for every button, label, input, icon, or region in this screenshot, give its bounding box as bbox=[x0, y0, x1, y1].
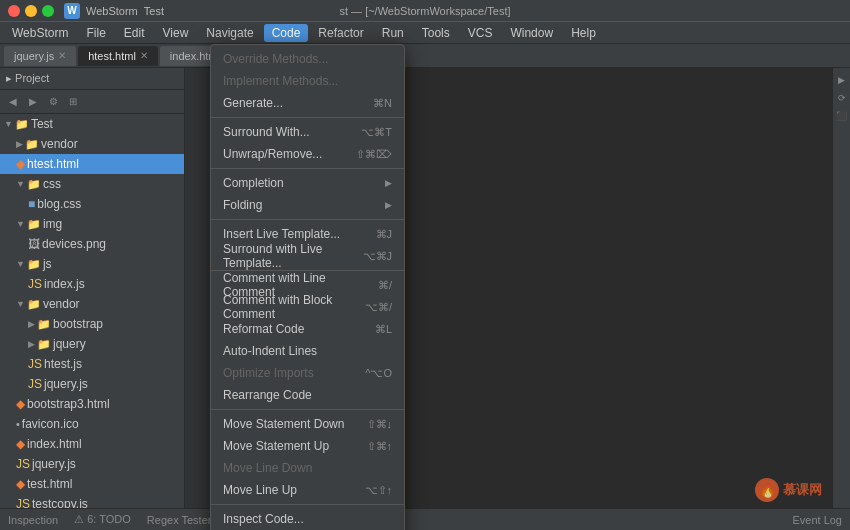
tree-label-testcopy-js: testcopy.js bbox=[32, 497, 88, 508]
main-layout: ▸ Project ◀ ▶ ⚙ ⊞ ▼ 📁 Test ▶ 📁 vendor ◆ … bbox=[0, 68, 850, 508]
watermark: 🔥 慕课网 bbox=[755, 478, 822, 502]
dd-item-move-up[interactable]: Move Statement Up ⇧⌘↑ bbox=[211, 435, 404, 457]
sidebar: ▸ Project ◀ ▶ ⚙ ⊞ ▼ 📁 Test ▶ 📁 vendor ◆ … bbox=[0, 68, 185, 508]
right-icon-2[interactable]: ⟳ bbox=[834, 90, 850, 106]
tree-label-index-js: index.js bbox=[44, 277, 85, 291]
dd-label-move-line-down: Move Line Down bbox=[223, 461, 312, 475]
menu-help[interactable]: Help bbox=[563, 24, 604, 42]
tree-item-jquery-folder[interactable]: ▶ 📁 jquery bbox=[0, 334, 184, 354]
dd-sep-2 bbox=[211, 168, 404, 169]
tree-label-favicon: favicon.ico bbox=[22, 417, 79, 431]
menu-bar: WebStorm File Edit View Navigate Code Re… bbox=[0, 22, 850, 44]
expand-arrow-img: ▼ bbox=[16, 219, 25, 229]
tree-item-favicon[interactable]: • favicon.ico bbox=[0, 414, 184, 434]
status-todo[interactable]: ⚠ 6: TODO bbox=[74, 513, 131, 526]
dd-item-surround[interactable]: Surround With... ⌥⌘T bbox=[211, 121, 404, 143]
tree-item-vendor2[interactable]: ▼ 📁 vendor bbox=[0, 294, 184, 314]
dd-item-surround-live[interactable]: Surround with Live Template... ⌥⌘J bbox=[211, 245, 404, 267]
tree-item-blog-css[interactable]: ■ blog.css bbox=[0, 194, 184, 214]
tree-item-vendor[interactable]: ▶ 📁 vendor bbox=[0, 134, 184, 154]
dd-item-unwrap[interactable]: Unwrap/Remove... ⇧⌘⌦ bbox=[211, 143, 404, 165]
watermark-text: 慕课网 bbox=[783, 481, 822, 499]
dd-item-completion[interactable]: Completion ▶ bbox=[211, 172, 404, 194]
dd-item-move-line-up[interactable]: Move Line Up ⌥⇧↑ bbox=[211, 479, 404, 501]
right-icon-3[interactable]: ⬛ bbox=[834, 108, 850, 124]
minimize-button[interactable] bbox=[25, 5, 37, 17]
tree-item-bootstrap[interactable]: ▶ 📁 bootstrap bbox=[0, 314, 184, 334]
tree-label-jquery-js: jquery.js bbox=[44, 377, 88, 391]
tree-label-htest-js: htest.js bbox=[44, 357, 82, 371]
tree-label-devices: devices.png bbox=[42, 237, 106, 251]
tree-item-test-html[interactable]: ◆ test.html bbox=[0, 474, 184, 494]
sidebar-btn-expand[interactable]: ⊞ bbox=[64, 93, 82, 111]
tree-label-jquery-folder: jquery bbox=[53, 337, 86, 351]
tab-htest-close[interactable]: ✕ bbox=[140, 50, 148, 61]
menu-vcs[interactable]: VCS bbox=[460, 24, 501, 42]
tree-label-bootstrap: bootstrap bbox=[53, 317, 103, 331]
tree-label-jquery-js2: jquery.js bbox=[32, 457, 76, 471]
tree-item-js[interactable]: ▼ 📁 js bbox=[0, 254, 184, 274]
close-button[interactable] bbox=[8, 5, 20, 17]
dd-item-rearrange[interactable]: Rearrange Code bbox=[211, 384, 404, 406]
dd-item-move-line-down[interactable]: Move Line Down bbox=[211, 457, 404, 479]
tree-item-img[interactable]: ▼ 📁 img bbox=[0, 214, 184, 234]
sidebar-btn-back[interactable]: ◀ bbox=[4, 93, 22, 111]
sidebar-btn-settings[interactable]: ⚙ bbox=[44, 93, 62, 111]
tab-jquery-close[interactable]: ✕ bbox=[58, 50, 66, 61]
status-inspection[interactable]: Inspection bbox=[8, 514, 58, 526]
dd-item-implement[interactable]: Implement Methods... bbox=[211, 70, 404, 92]
tree-item-htest-js[interactable]: JS htest.js bbox=[0, 354, 184, 374]
sidebar-btn-forward[interactable]: ▶ bbox=[24, 93, 42, 111]
html-icon-htest: ◆ bbox=[16, 157, 25, 171]
dd-shortcut-move-line-up: ⌥⇧↑ bbox=[365, 484, 393, 497]
right-sidebar: ▶ ⟳ ⬛ bbox=[832, 68, 850, 508]
dd-item-reformat[interactable]: Reformat Code ⌘L bbox=[211, 318, 404, 340]
tree-item-htest-html[interactable]: ◆ htest.html bbox=[0, 154, 184, 174]
tree-item-test[interactable]: ▼ 📁 Test bbox=[0, 114, 184, 134]
status-bar: Inspection ⚠ 6: TODO Regex Tester Termin… bbox=[0, 508, 850, 530]
tree-label-htest-html: htest.html bbox=[27, 157, 79, 171]
menu-navigate[interactable]: Navigate bbox=[198, 24, 261, 42]
tree-item-index-html[interactable]: ◆ index.html bbox=[0, 434, 184, 454]
menu-webstorm[interactable]: WebStorm bbox=[4, 24, 76, 42]
right-icon-1[interactable]: ▶ bbox=[834, 72, 850, 88]
folder-icon-bootstrap: 📁 bbox=[37, 318, 51, 331]
dd-shortcut-generate: ⌘N bbox=[373, 97, 392, 110]
menu-run[interactable]: Run bbox=[374, 24, 412, 42]
html-icon-test: ◆ bbox=[16, 477, 25, 491]
dd-label-surround-live: Surround with Live Template... bbox=[223, 242, 363, 270]
tab-jquery[interactable]: jquery.js ✕ bbox=[4, 46, 76, 66]
dd-item-override[interactable]: Override Methods... bbox=[211, 48, 404, 70]
tree-item-css[interactable]: ▼ 📁 css bbox=[0, 174, 184, 194]
menu-view[interactable]: View bbox=[155, 24, 197, 42]
menu-code[interactable]: Code bbox=[264, 24, 309, 42]
tab-htest[interactable]: htest.html ✕ bbox=[78, 46, 158, 66]
dd-item-move-down[interactable]: Move Statement Down ⇧⌘↓ bbox=[211, 413, 404, 435]
expand-arrow-bootstrap: ▶ bbox=[28, 319, 35, 329]
dd-item-inspect[interactable]: Inspect Code... bbox=[211, 508, 404, 530]
menu-refactor[interactable]: Refactor bbox=[310, 24, 371, 42]
menu-window[interactable]: Window bbox=[502, 24, 561, 42]
tree-item-testcopy-js[interactable]: JS testcopy.js bbox=[0, 494, 184, 508]
status-event-log[interactable]: Event Log bbox=[792, 514, 842, 526]
menu-edit[interactable]: Edit bbox=[116, 24, 153, 42]
menu-tools[interactable]: Tools bbox=[414, 24, 458, 42]
tab-jquery-label: jquery.js bbox=[14, 50, 54, 62]
menu-file[interactable]: File bbox=[78, 24, 113, 42]
css-icon-blog: ■ bbox=[28, 197, 35, 211]
dd-item-optimize[interactable]: Optimize Imports ^⌥O bbox=[211, 362, 404, 384]
dd-item-auto-indent[interactable]: Auto-Indent Lines bbox=[211, 340, 404, 362]
dd-shortcut-move-down: ⇧⌘↓ bbox=[367, 418, 393, 431]
dd-item-generate[interactable]: Generate... ⌘N bbox=[211, 92, 404, 114]
tree-item-jquery-js[interactable]: JS jquery.js bbox=[0, 374, 184, 394]
status-regex[interactable]: Regex Tester bbox=[147, 514, 212, 526]
dd-item-comment-block[interactable]: Comment with Block Comment ⌥⌘/ bbox=[211, 296, 404, 318]
app-name: WebStorm bbox=[86, 5, 138, 17]
maximize-button[interactable] bbox=[42, 5, 54, 17]
tree-item-devices[interactable]: 🖼 devices.png bbox=[0, 234, 184, 254]
tree-item-index-js[interactable]: JS index.js bbox=[0, 274, 184, 294]
tree-item-bootstrap3-html[interactable]: ◆ bootstrap3.html bbox=[0, 394, 184, 414]
traffic-lights bbox=[8, 5, 54, 17]
tree-item-jquery-js2[interactable]: JS jquery.js bbox=[0, 454, 184, 474]
dd-item-folding[interactable]: Folding ▶ bbox=[211, 194, 404, 216]
